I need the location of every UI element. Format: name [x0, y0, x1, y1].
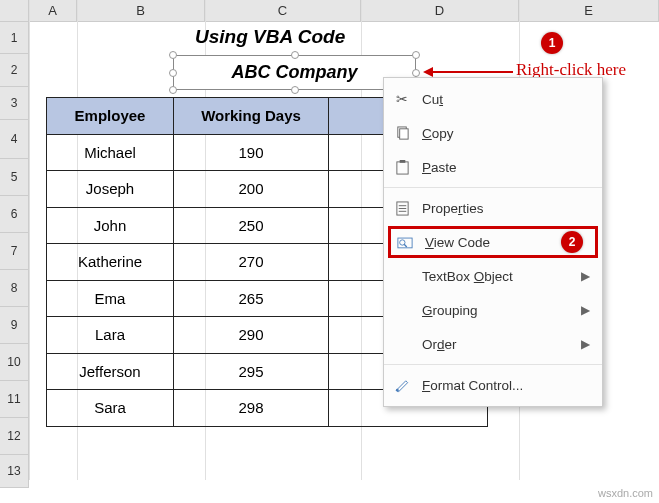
svg-rect-3 [399, 160, 405, 163]
blank-icon [392, 266, 412, 286]
menu-copy[interactable]: Copy [384, 116, 602, 150]
svg-point-11 [396, 388, 399, 391]
row-12[interactable]: 12 [0, 418, 29, 455]
view-code-icon [395, 232, 415, 252]
menu-properties[interactable]: Properties [384, 191, 602, 225]
row-4[interactable]: 4 [0, 120, 29, 159]
row-9[interactable]: 9 [0, 307, 29, 344]
format-icon [392, 375, 412, 395]
properties-icon [392, 198, 412, 218]
col-A[interactable]: A [29, 0, 77, 22]
menu-view-code[interactable]: View Code 2 [388, 226, 598, 258]
watermark: wsxdn.com [598, 487, 653, 499]
th-working-days[interactable]: Working Days [174, 98, 329, 135]
th-employee[interactable]: Employee [47, 98, 174, 135]
row-1[interactable]: 1 [0, 22, 29, 54]
select-all-corner[interactable] [0, 0, 29, 22]
blank-icon [392, 334, 412, 354]
textbox-content: ABC Company [231, 62, 357, 83]
menu-grouping[interactable]: Grouping ▶ [384, 293, 602, 327]
callout-1: 1 [541, 32, 563, 54]
row-10[interactable]: 10 [0, 344, 29, 381]
column-headers: A B C D E [0, 0, 659, 22]
chevron-right-icon: ▶ [581, 269, 590, 283]
row-11[interactable]: 11 [0, 381, 29, 418]
col-C[interactable]: C [205, 0, 361, 22]
svg-rect-1 [399, 128, 407, 138]
col-D[interactable]: D [361, 0, 519, 22]
callout-2: 2 [561, 231, 583, 253]
row-5[interactable]: 5 [0, 159, 29, 196]
row-2[interactable]: 2 [0, 54, 29, 87]
menu-paste[interactable]: Paste [384, 150, 602, 184]
paste-icon [392, 157, 412, 177]
svg-line-10 [404, 244, 407, 247]
row-13[interactable]: 13 [0, 455, 29, 488]
row-6[interactable]: 6 [0, 196, 29, 233]
menu-textbox-object[interactable]: TextBox Object ▶ [384, 259, 602, 293]
blank-icon [392, 300, 412, 320]
row-headers: 1 2 3 4 5 6 7 8 9 10 11 12 13 [0, 22, 29, 488]
textbox-abc-company[interactable]: ABC Company [173, 55, 416, 90]
col-B[interactable]: B [77, 0, 205, 22]
arrow-head-icon [423, 67, 433, 77]
context-menu: ✂ Cut Copy Paste Properties View Code 2 … [383, 77, 603, 407]
chevron-right-icon: ▶ [581, 303, 590, 317]
page-title: Using VBA Code [195, 26, 345, 48]
row-7[interactable]: 7 [0, 233, 29, 270]
arrow-line [433, 71, 513, 73]
row-8[interactable]: 8 [0, 270, 29, 307]
copy-icon [392, 123, 412, 143]
menu-format-control[interactable]: Format Control... [384, 368, 602, 402]
menu-order[interactable]: Order ▶ [384, 327, 602, 361]
scissors-icon: ✂ [392, 89, 412, 109]
chevron-right-icon: ▶ [581, 337, 590, 351]
svg-rect-2 [396, 161, 407, 173]
row-3[interactable]: 3 [0, 87, 29, 120]
col-E[interactable]: E [519, 0, 659, 22]
menu-cut[interactable]: ✂ Cut [384, 82, 602, 116]
